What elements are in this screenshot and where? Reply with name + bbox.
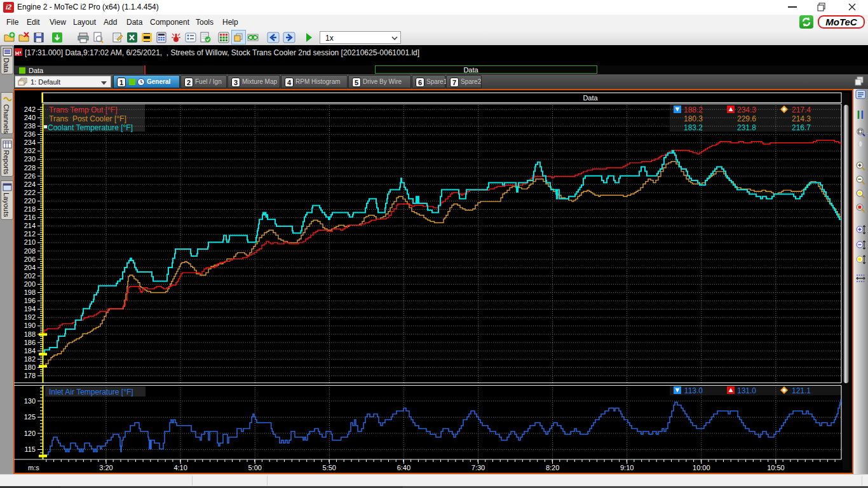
svg-text:10:50: 10:50 [767,464,785,471]
svg-text:188: 188 [24,330,36,338]
svg-text:242: 242 [24,105,36,113]
svg-text:198: 198 [24,288,36,296]
svg-text:184: 184 [24,347,36,355]
svg-text:3:20: 3:20 [99,464,112,471]
svg-text:m:s: m:s [28,464,39,471]
svg-text:5:00: 5:00 [248,464,261,471]
svg-text:190: 190 [24,322,36,329]
svg-text:6:40: 6:40 [397,464,410,471]
svg-text:228: 228 [24,164,36,172]
svg-text:8:20: 8:20 [546,464,559,471]
svg-text:212: 212 [24,230,36,238]
svg-text:Data: Data [583,94,598,102]
svg-text:186: 186 [24,339,36,346]
svg-text:210: 210 [24,238,36,246]
svg-text:182: 182 [24,355,36,363]
svg-text:230: 230 [24,155,36,163]
svg-text:206: 206 [24,255,36,263]
svg-text:196: 196 [24,297,36,304]
svg-text:125: 125 [24,413,36,421]
svg-text:216: 216 [24,214,36,221]
svg-text:130: 130 [24,397,36,405]
svg-text:204: 204 [24,264,36,271]
svg-text:200: 200 [24,280,36,288]
svg-text:192: 192 [24,313,36,321]
svg-text:218: 218 [24,205,36,213]
svg-text:236: 236 [24,130,36,138]
svg-text:238: 238 [24,122,36,130]
svg-text:220: 220 [24,197,36,205]
svg-text:115: 115 [24,445,36,453]
svg-text:224: 224 [24,180,36,188]
svg-text:240: 240 [24,114,36,121]
svg-text:180: 180 [24,363,36,371]
svg-text:4:10: 4:10 [173,464,187,471]
svg-text:202: 202 [24,272,36,280]
svg-text:9:10: 9:10 [620,464,634,471]
svg-text:7:30: 7:30 [471,464,485,471]
svg-text:5:50: 5:50 [323,464,336,471]
svg-text:178: 178 [24,372,36,379]
svg-text:226: 226 [24,172,36,180]
svg-text:234: 234 [24,139,36,146]
svg-text:232: 232 [24,147,36,154]
svg-text:194: 194 [24,305,36,313]
svg-text:214: 214 [24,222,36,229]
svg-text:208: 208 [24,247,36,255]
svg-text:10:00: 10:00 [693,464,710,471]
svg-text:120: 120 [24,430,36,437]
svg-text:222: 222 [24,189,36,196]
